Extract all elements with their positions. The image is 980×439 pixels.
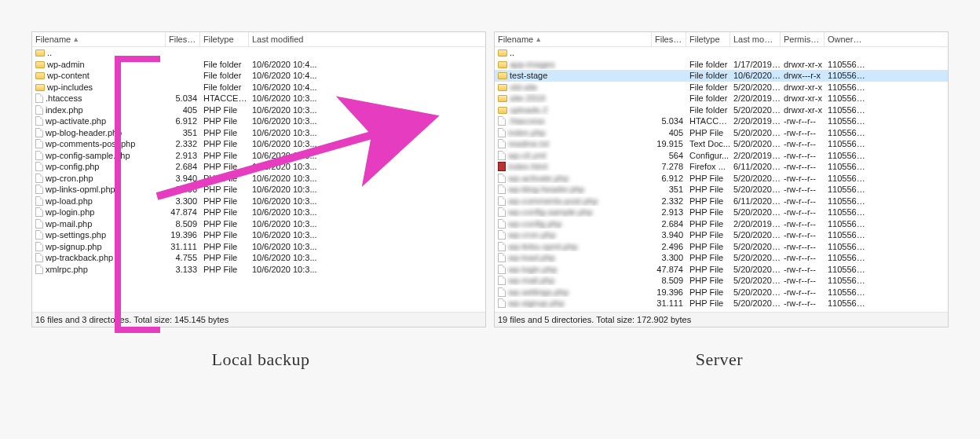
file-row[interactable]: wp-links-opml.php2.496PHP File5/20/2020 … <box>495 241 948 253</box>
cell-mod: 10/6/2020 10:3... <box>252 162 327 171</box>
file-row[interactable]: wp-activate.php6.912PHP File10/6/2020 10… <box>32 115 485 127</box>
file-row[interactable]: wp-load.php3.300PHP File5/20/2020 ...-rw… <box>495 252 948 264</box>
file-row[interactable]: wp-includesFile folder10/6/2020 10:4... <box>32 82 485 93</box>
file-row[interactable]: index.php405PHP File10/6/2020 10:3... <box>32 104 485 116</box>
column-header[interactable]: Filesize <box>166 32 200 46</box>
caption-local: Local backup <box>31 349 490 370</box>
file-row[interactable]: .htaccess5.034HTACCE...2/20/2019 ...-rw-… <box>495 115 948 127</box>
cell-own: 1105560... <box>828 196 868 206</box>
cell-size: 351 <box>169 128 203 137</box>
cell-mod: 10/6/2020 10:3... <box>252 139 327 148</box>
file-row[interactable]: .htaccess5.034HTACCESS ...10/6/2020 10:3… <box>32 93 485 104</box>
file-row[interactable]: site-2018File folder2/20/2019 ...drwxr-x… <box>495 93 948 104</box>
file-row[interactable]: wp-mail.php8.509PHP File5/20/2020 ...-rw… <box>495 275 948 287</box>
cell-own: 1105560... <box>828 242 868 251</box>
local-column-header[interactable]: Filename▲FilesizeFiletypeLast modified <box>32 32 485 47</box>
file-row[interactable]: wp-config.php2.684PHP File2/20/2019 ...-… <box>495 218 948 230</box>
file-row[interactable]: wp-login.php47.874PHP File5/20/2020 ...-… <box>495 264 948 276</box>
file-row[interactable]: wp-settings.php19.396PHP File5/20/2020 .… <box>495 287 948 298</box>
file-row[interactable]: wp-comments-post.php2.332PHP File6/11/20… <box>495 196 948 207</box>
cell-mod: 5/20/2020 ... <box>733 174 784 183</box>
file-row[interactable]: uploads-2File folder5/20/2020 ...drwxr-x… <box>495 104 948 116</box>
file-row[interactable]: index.html7.278Firefox ...6/11/2020 ...-… <box>495 161 948 173</box>
cell-type: PHP File <box>689 298 733 308</box>
file-row[interactable]: wp-config-sample.php2.913PHP File10/6/20… <box>32 150 485 162</box>
file-row[interactable]: wp-settings.php19.396PHP File10/6/2020 1… <box>32 229 485 241</box>
cell-size: 47.874 <box>655 265 689 274</box>
server-column-header[interactable]: Filename▲FilesizeFiletypeLast modifi...P… <box>495 32 948 47</box>
file-row[interactable]: wp-config.php2.684PHP File10/6/2020 10:3… <box>32 161 485 173</box>
cell-size: 6.912 <box>655 174 689 183</box>
cell-perm: -rw-r--r-- <box>784 162 828 171</box>
file-icon <box>498 151 506 160</box>
cell-type: PHP File <box>203 139 252 148</box>
local-file-list[interactable]: ..wp-adminFile folder10/6/2020 10:4...wp… <box>32 47 485 312</box>
cell-size: 5.034 <box>169 93 203 103</box>
cell-type: File folder <box>203 82 252 92</box>
column-header[interactable]: Filename▲ <box>495 32 652 46</box>
file-row[interactable]: wp-cli.yml564Configur...2/20/2019 ...-rw… <box>495 150 948 162</box>
file-row[interactable]: wp-signup.php31.111PHP File10/6/2020 10:… <box>32 241 485 253</box>
cell-perm: -rw-r--r-- <box>784 116 828 126</box>
column-header[interactable]: Last modified <box>249 32 324 46</box>
file-row[interactable]: wp-cron.php3.940PHP File10/6/2020 10:3..… <box>32 173 485 185</box>
cell-size: 2.496 <box>169 185 203 194</box>
column-header[interactable]: Filetype <box>200 32 249 46</box>
file-icon <box>35 230 43 240</box>
cell-mod: 5/20/2020 ... <box>733 230 784 240</box>
cell-mod: 10/6/2020 10:3... <box>252 128 327 137</box>
folder-icon <box>498 84 507 91</box>
file-row[interactable]: wp-links-opml.php2.496PHP File10/6/2020 … <box>32 184 485 196</box>
cell-own: 1105560... <box>828 162 868 171</box>
file-row[interactable]: wp-signup.php31.111PHP File5/20/2020 ...… <box>495 298 948 309</box>
file-name: wp-load.php <box>508 253 555 262</box>
cell-type: PHP File <box>203 242 252 251</box>
cell-type: HTACCE... <box>689 116 733 126</box>
cell-type: PHP File <box>203 185 252 194</box>
file-icon <box>35 139 43 148</box>
cell-mod: 2/20/2019 ... <box>733 93 784 103</box>
file-row[interactable]: wp-config-sample.php2.913PHP File5/20/20… <box>495 207 948 218</box>
cell-mod: 6/11/2020 ... <box>733 162 784 171</box>
file-row[interactable]: old-siteFile folder5/20/2020 ...drwxr-xr… <box>495 82 948 93</box>
file-row[interactable]: readme.txt19.915Text Doc...5/20/2020 ...… <box>495 138 948 150</box>
server-status-bar: 19 files and 5 directories. Total size: … <box>495 312 948 327</box>
file-row[interactable]: wp-blog-header.php351PHP File5/20/2020 .… <box>495 184 948 196</box>
server-file-list[interactable]: ..app-imagesFile folder1/17/2019 ...drwx… <box>495 47 948 312</box>
file-row[interactable]: .. <box>32 47 485 59</box>
cell-own: 1105560... <box>828 174 868 183</box>
file-row[interactable]: wp-comments-post.php2.332PHP File10/6/20… <box>32 138 485 150</box>
file-row[interactable]: wp-load.php3.300PHP File10/6/2020 10:3..… <box>32 196 485 207</box>
cell-mod: 10/6/2020 10:3... <box>252 196 327 206</box>
cell-perm: -rw-r--r-- <box>784 276 828 285</box>
file-row[interactable]: test-stageFile folder10/6/2020 ...drwx--… <box>495 70 948 82</box>
file-row[interactable]: wp-contentFile folder10/6/2020 10:4... <box>32 70 485 82</box>
column-header[interactable]: Filename▲ <box>32 32 166 46</box>
column-header[interactable]: Filesize <box>652 32 686 46</box>
file-row[interactable]: wp-adminFile folder10/6/2020 10:4... <box>32 59 485 71</box>
file-row[interactable]: xmlrpc.php3.133PHP File10/6/2020 10:3... <box>32 264 485 276</box>
cell-type: PHP File <box>689 265 733 274</box>
file-icon <box>35 174 43 183</box>
file-name: wp-settings.php <box>46 230 106 240</box>
file-row[interactable]: index.php405PHP File5/20/2020 ...-rw-r--… <box>495 127 948 139</box>
cell-size: 31.111 <box>655 298 689 308</box>
column-header[interactable]: Owner/G... <box>825 32 865 46</box>
cell-mod: 10/6/2020 10:3... <box>252 253 327 262</box>
file-row[interactable]: wp-activate.php6.912PHP File5/20/2020 ..… <box>495 173 948 185</box>
file-row[interactable]: app-imagesFile folder1/17/2019 ...drwxr-… <box>495 59 948 71</box>
file-row[interactable]: wp-mail.php8.509PHP File10/6/2020 10:3..… <box>32 218 485 230</box>
cell-perm: -rw-r--r-- <box>784 242 828 251</box>
file-row[interactable]: wp-trackback.php4.755PHP File10/6/2020 1… <box>32 252 485 264</box>
file-row[interactable]: wp-login.php47.874PHP File10/6/2020 10:3… <box>32 207 485 218</box>
cell-mod: 10/6/2020 10:3... <box>252 219 327 229</box>
cell-mod: 5/20/2020 ... <box>733 185 784 194</box>
column-header[interactable]: Filetype <box>686 32 730 46</box>
file-icon <box>498 265 506 274</box>
file-row[interactable]: wp-cron.php3.940PHP File5/20/2020 ...-rw… <box>495 229 948 241</box>
file-row[interactable]: .. <box>495 47 948 59</box>
cell-type: PHP File <box>203 151 252 160</box>
column-header[interactable]: Permissi... <box>781 32 825 46</box>
file-row[interactable]: wp-blog-header.php351PHP File10/6/2020 1… <box>32 127 485 139</box>
column-header[interactable]: Last modifi... <box>730 32 781 46</box>
